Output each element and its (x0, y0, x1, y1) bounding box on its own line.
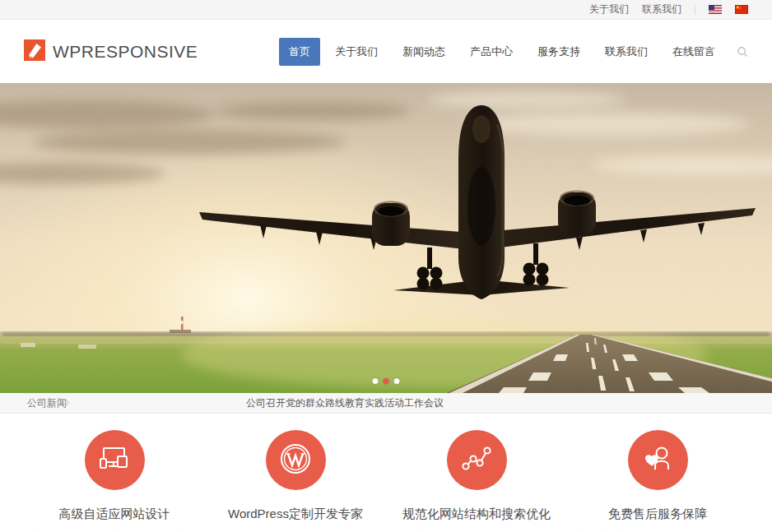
seo-line-chart-icon (458, 441, 495, 480)
feature-wordpress-dev: WordPress定制开发专家 WPYOU是国内专业提供WordPress网站定… (205, 430, 386, 532)
slider-dot-1[interactable] (373, 378, 379, 384)
feature-title: WordPress定制开发专家 (205, 507, 386, 522)
after-sales-care-icon (639, 441, 676, 480)
nav-item-products[interactable]: 产品中心 (460, 38, 523, 66)
nav-item-about[interactable]: 关于我们 (325, 38, 388, 66)
logo-icon (24, 39, 45, 64)
hero-slider (0, 83, 772, 393)
topbar-link-contact[interactable]: 联系我们 (642, 2, 681, 16)
topbar: 关于我们 联系我们 (0, 0, 772, 20)
ticker-label: 公司新闻 (27, 393, 67, 413)
feature-circle-2[interactable] (266, 430, 326, 490)
slider-pagination (373, 378, 400, 384)
feature-after-sales: 免费售后服务保障 我们为客户提供长期及时的在线售后服务支持、免 (567, 430, 748, 532)
nav-item-message[interactable]: 在线留言 (663, 38, 725, 66)
feature-title: 规范化网站结构和搜索优化 (386, 507, 567, 522)
features-section: 高级自适应网站设计 我们设计开发的响应式WordPress高级企业主题， Wor… (0, 414, 772, 532)
feature-circle-1[interactable] (85, 430, 145, 490)
logo-text: WPRESPONSIVE (53, 42, 198, 62)
feature-title: 免费售后服务保障 (567, 507, 748, 522)
feature-responsive-design: 高级自适应网站设计 我们设计开发的响应式WordPress高级企业主题， (24, 430, 205, 532)
site-logo[interactable]: WPRESPONSIVE (24, 39, 198, 64)
hero-image-airplane (0, 83, 772, 393)
nav-item-home[interactable]: 首页 (279, 38, 320, 66)
slider-dot-2-active[interactable] (384, 378, 389, 384)
responsive-devices-icon (97, 442, 132, 479)
topbar-link-about[interactable]: 关于我们 (589, 2, 629, 16)
cn-flag-icon[interactable] (735, 5, 748, 14)
feature-title: 高级自适应网站设计 (24, 507, 205, 522)
nav-item-support[interactable]: 服务支持 (528, 38, 590, 66)
nav-item-contact[interactable]: 联系我们 (595, 38, 658, 66)
feature-circle-3[interactable] (447, 430, 507, 490)
wordpress-icon (277, 441, 314, 480)
feature-seo: 规范化网站结构和搜索优化 简洁高效的规范化代码结构可以更好地保证网站的 (386, 430, 567, 532)
site-header: WPRESPONSIVE 首页 关于我们 新闻动态 产品中心 服务支持 联系我们… (0, 20, 772, 83)
ticker-headline-link[interactable]: 公司召开党的群众路线教育实践活动工作会议 (246, 393, 444, 413)
main-nav: 首页 关于我们 新闻动态 产品中心 服务支持 联系我们 在线留言 (279, 38, 748, 66)
nav-item-news[interactable]: 新闻动态 (393, 38, 455, 66)
feature-circle-4[interactable] (628, 430, 688, 490)
topbar-divider (695, 5, 695, 15)
us-flag-icon[interactable] (709, 5, 722, 14)
slider-dot-3[interactable] (394, 378, 400, 384)
search-icon[interactable] (737, 46, 748, 58)
news-ticker: 公司新闻 公司召开党的群众路线教育实践活动工作会议 (0, 393, 772, 414)
